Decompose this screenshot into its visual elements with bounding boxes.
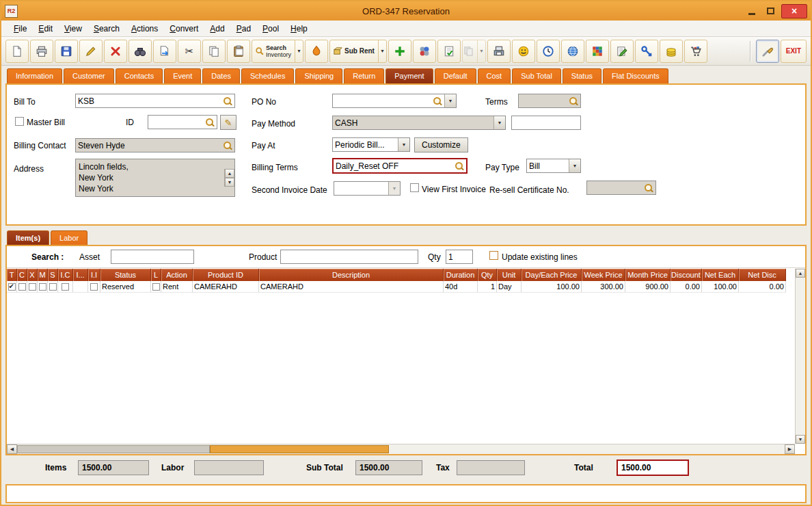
search-icon[interactable]: [433, 96, 442, 106]
checklist-button[interactable]: [437, 40, 461, 63]
address-scrollbar[interactable]: ▲ ▼: [224, 169, 234, 187]
duplicate-button[interactable]: ▼: [462, 40, 486, 63]
save-button[interactable]: [55, 40, 78, 63]
history-button[interactable]: [537, 40, 560, 63]
web-button[interactable]: [561, 40, 584, 63]
column-header[interactable]: Net Disc: [739, 269, 786, 281]
column-header[interactable]: Net Each: [702, 269, 739, 281]
column-header[interactable]: Day/Each Price: [522, 269, 582, 281]
product-input[interactable]: [280, 250, 418, 264]
pay-type-select[interactable]: Bill ▼: [526, 159, 581, 173]
tab-sub-total[interactable]: Sub Total: [512, 68, 561, 83]
pay-at-select[interactable]: Periodic Bill... ▼: [332, 137, 410, 152]
search-inventory-button[interactable]: Search Inventory ▼: [252, 40, 303, 63]
tab-return[interactable]: Return: [344, 68, 384, 83]
close-button[interactable]: ×: [781, 4, 807, 18]
scroll-down-icon[interactable]: ▼: [796, 435, 805, 444]
column-header[interactable]: M: [38, 269, 48, 281]
cart-button[interactable]: [684, 40, 707, 63]
qty-input[interactable]: 1: [446, 250, 473, 264]
column-header[interactable]: I.I: [88, 269, 100, 281]
row-c-checkbox[interactable]: [18, 283, 26, 291]
copy-button[interactable]: [202, 40, 226, 63]
menu-view[interactable]: View: [59, 22, 87, 36]
tab-status[interactable]: Status: [563, 68, 601, 83]
column-header[interactable]: L: [151, 269, 161, 281]
horizontal-scroll-track[interactable]: [17, 444, 785, 454]
resell-certificate-input[interactable]: [586, 181, 656, 195]
add-line-button[interactable]: [388, 40, 411, 63]
menu-actions[interactable]: Actions: [126, 22, 163, 36]
tab-schedules[interactable]: Schedules: [241, 68, 294, 83]
money-button[interactable]: [660, 40, 683, 63]
column-header[interactable]: Qty: [478, 269, 497, 281]
column-header[interactable]: S: [48, 269, 58, 281]
column-header[interactable]: Discount: [671, 269, 702, 281]
menu-edit[interactable]: Edit: [33, 22, 58, 36]
transfer-button[interactable]: [153, 40, 176, 63]
exit-button[interactable]: EXIT: [781, 40, 807, 63]
tab-cost[interactable]: Cost: [478, 68, 511, 83]
update-existing-lines-checkbox[interactable]: [489, 251, 498, 260]
vertical-scroll-track[interactable]: [796, 278, 805, 435]
items-vertical-scrollbar[interactable]: ▲ ▼: [795, 269, 805, 444]
table-row[interactable]: Reserved Rent CAMERAHD CAMERAHD 40d 1 Da…: [7, 281, 786, 293]
search-icon[interactable]: [569, 96, 578, 106]
column-header[interactable]: X: [27, 269, 38, 281]
scroll-right-icon[interactable]: ▶: [785, 444, 795, 454]
menu-search[interactable]: Search: [88, 22, 125, 36]
pay-method-select[interactable]: CASH ▼: [332, 116, 506, 130]
terms-input[interactable]: [518, 94, 581, 108]
search-icon[interactable]: [644, 183, 653, 193]
search-icon[interactable]: [223, 141, 232, 150]
tab-items[interactable]: Item(s): [7, 230, 49, 245]
customize-button[interactable]: Customize: [414, 137, 468, 152]
cube-button[interactable]: [586, 40, 609, 63]
column-header[interactable]: I...: [73, 269, 88, 281]
menu-pad[interactable]: Pad: [231, 22, 256, 36]
paint-button[interactable]: [305, 40, 328, 63]
scroll-left-icon[interactable]: ◀: [7, 444, 17, 454]
pool-button[interactable]: [413, 40, 436, 63]
fax-button[interactable]: [487, 40, 511, 63]
search-icon[interactable]: [223, 96, 232, 106]
sub-rent-button[interactable]: Sub Rent ▼: [329, 40, 387, 63]
po-no-dropdown-icon[interactable]: ▼: [444, 94, 456, 107]
tab-contacts[interactable]: Contacts: [116, 68, 163, 83]
search-icon[interactable]: [205, 118, 215, 127]
tab-information[interactable]: Information: [7, 68, 62, 83]
scroll-up-icon[interactable]: ▲: [225, 169, 234, 178]
delete-button[interactable]: [104, 40, 127, 63]
key-button[interactable]: [635, 40, 658, 63]
billing-contact-input[interactable]: Steven Hyde: [75, 138, 235, 152]
column-header[interactable]: Unit: [497, 269, 522, 281]
tab-customer[interactable]: Customer: [64, 68, 114, 83]
search-icon[interactable]: [455, 161, 464, 171]
pay-at-dropdown-icon[interactable]: ▼: [398, 138, 409, 151]
menu-pool[interactable]: Pool: [257, 22, 284, 36]
menu-convert[interactable]: Convert: [164, 22, 204, 36]
row-s-checkbox[interactable]: [49, 283, 57, 291]
column-header[interactable]: T: [7, 269, 17, 281]
maximize-button[interactable]: [763, 5, 778, 17]
second-invoice-date-input[interactable]: ▼: [334, 181, 401, 196]
id-edit-button[interactable]: ✎: [220, 115, 236, 130]
new-document-button[interactable]: [5, 40, 29, 63]
column-header[interactable]: Week Price: [582, 269, 625, 281]
view-first-invoice-checkbox[interactable]: [410, 183, 419, 192]
paste-button[interactable]: [227, 40, 250, 63]
bill-to-input[interactable]: KSB: [75, 94, 235, 108]
tab-payment[interactable]: Payment: [385, 68, 433, 83]
duplicate-dropdown-icon[interactable]: ▼: [477, 40, 485, 62]
column-header[interactable]: I.C: [58, 269, 73, 281]
sub-rent-dropdown-icon[interactable]: ▼: [378, 40, 386, 62]
find-button[interactable]: [128, 40, 152, 63]
search-inventory-dropdown-icon[interactable]: ▼: [295, 40, 303, 62]
asset-input[interactable]: [111, 250, 194, 264]
billing-terms-input[interactable]: Daily_Reset OFF: [332, 158, 468, 174]
print-button[interactable]: [30, 40, 53, 63]
cut-button[interactable]: ✂: [178, 40, 201, 63]
tab-event[interactable]: Event: [164, 68, 201, 83]
column-header[interactable]: C: [17, 269, 27, 281]
menu-help[interactable]: Help: [285, 22, 313, 36]
